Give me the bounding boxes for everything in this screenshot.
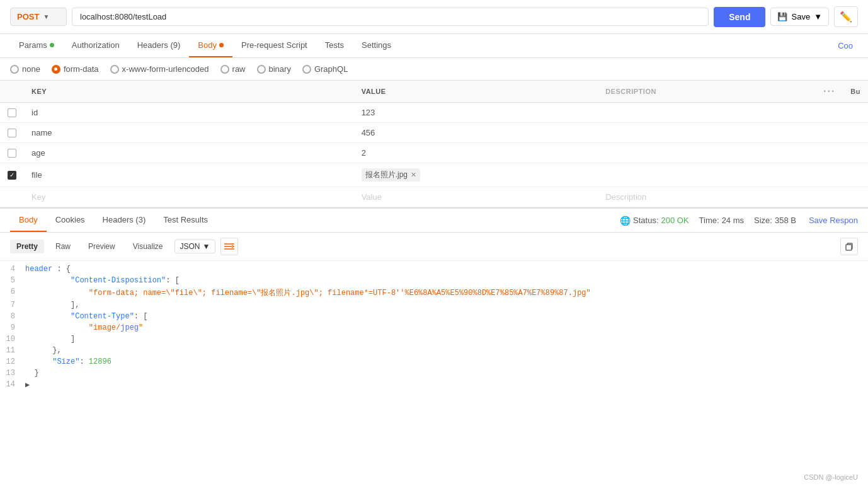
copy-icon	[845, 242, 854, 251]
params-label: Params	[19, 40, 47, 50]
row-desc-name[interactable]	[598, 123, 816, 143]
method-select[interactable]: POST ▼	[10, 8, 67, 26]
table-row: id 123	[0, 103, 868, 123]
request-tabs: Params Authorization Headers (9) Body Pr…	[0, 34, 868, 58]
save-icon: 💾	[777, 12, 787, 21]
tab-headers[interactable]: Headers (9)	[128, 34, 190, 57]
raw-radio[interactable]	[220, 65, 229, 74]
body-type-binary[interactable]: binary	[257, 64, 291, 74]
format-pretty[interactable]: Pretty	[10, 240, 44, 253]
res-tab-testresults[interactable]: Test Results	[154, 209, 217, 232]
headers-label: Headers (9)	[137, 40, 181, 50]
authorization-label: Authorization	[72, 40, 120, 50]
res-tab-headers[interactable]: Headers (3)	[94, 209, 155, 232]
tab-params[interactable]: Params	[10, 34, 63, 57]
row-checkbox-name[interactable]	[8, 129, 16, 137]
code-line: 14 ▶	[0, 379, 868, 391]
new-row: Key Value Description	[0, 187, 868, 207]
url-input[interactable]	[72, 8, 709, 26]
watermark: CSDN @-logiceU	[804, 473, 858, 481]
res-tab-cookies[interactable]: Cookies	[47, 209, 94, 232]
col-bulk: ···	[816, 81, 843, 103]
file-tag: 报名照片.jpg ✕	[362, 168, 420, 182]
row-desc-id[interactable]	[598, 103, 816, 123]
bulk-edit-icon[interactable]: ···	[823, 86, 835, 96]
row-desc-file[interactable]	[598, 163, 816, 187]
urlencoded-radio[interactable]	[110, 65, 119, 74]
table-row: age 2	[0, 143, 868, 163]
graphql-radio[interactable]	[302, 65, 311, 74]
body-type-urlencoded[interactable]: x-www-form-urlencoded	[110, 64, 209, 74]
save-button[interactable]: 💾 Save ▼	[770, 8, 829, 26]
params-table-section: KEY VALUE DESCRIPTION ··· Bu id 123	[0, 81, 868, 207]
code-line: 8 "Content-Type": [	[0, 311, 868, 322]
copy-button[interactable]	[840, 238, 858, 255]
code-line: 9 "image/jpeg"	[0, 322, 868, 333]
col-checkbox	[0, 81, 24, 103]
format-preview[interactable]: Preview	[82, 240, 122, 253]
row-value-age[interactable]: 2	[354, 143, 598, 163]
row-checkbox-id[interactable]	[8, 108, 16, 117]
code-line: 12 "Size": 12896	[0, 356, 868, 367]
body-dot	[219, 43, 224, 47]
save-response-button[interactable]: Save Respon	[809, 216, 858, 225]
response-tabs-row: Body Cookies Headers (3) Test Results 🌐 …	[0, 209, 868, 233]
row-key-age[interactable]: age	[24, 143, 354, 163]
json-select[interactable]: JSON ▼	[174, 240, 216, 253]
json-label: JSON	[180, 242, 200, 251]
save-dropdown-icon: ▼	[814, 12, 822, 21]
tab-prerequest[interactable]: Pre-request Script	[232, 34, 316, 57]
row-value-name[interactable]: 456	[354, 123, 598, 143]
tab-tests[interactable]: Tests	[316, 34, 353, 57]
body-type-raw[interactable]: raw	[220, 64, 246, 74]
new-desc-placeholder[interactable]: Description	[605, 192, 646, 202]
tab-authorization[interactable]: Authorization	[63, 34, 128, 57]
binary-radio[interactable]	[257, 65, 266, 74]
form-data-radio[interactable]	[52, 65, 60, 74]
json-chevron-icon: ▼	[203, 242, 210, 251]
wrap-button[interactable]	[220, 238, 238, 255]
row-value-file[interactable]: 报名照片.jpg ✕	[354, 163, 598, 187]
table-row: name 456	[0, 123, 868, 143]
size-label: Size:	[754, 216, 772, 225]
send-button[interactable]: Send	[714, 7, 765, 27]
code-line: 11 },	[0, 345, 868, 356]
response-code-area[interactable]: 4 header : { 5 "Content-Disposition": [ …	[0, 261, 868, 400]
row-key-id[interactable]: id	[24, 103, 354, 123]
method-label: POST	[17, 12, 39, 21]
code-line: 13 }	[0, 367, 868, 379]
file-remove-icon[interactable]: ✕	[411, 171, 416, 179]
res-tab-body[interactable]: Body	[10, 209, 47, 232]
new-key-placeholder[interactable]: Key	[31, 192, 45, 202]
col-description: DESCRIPTION	[598, 81, 816, 103]
new-value-placeholder[interactable]: Value	[362, 192, 382, 202]
settings-label: Settings	[362, 40, 391, 50]
body-type-graphql[interactable]: GraphQL	[302, 64, 348, 74]
prerequest-label: Pre-request Script	[241, 40, 307, 50]
edit-button[interactable]: ✏️	[834, 6, 858, 27]
none-radio[interactable]	[10, 65, 19, 74]
cookies-link[interactable]: Coo	[833, 35, 858, 57]
row-key-name[interactable]: name	[24, 123, 354, 143]
format-raw[interactable]: Raw	[49, 240, 77, 253]
row-desc-age[interactable]	[598, 143, 816, 163]
col-value: VALUE	[354, 81, 598, 103]
code-line: 5 "Content-Disposition": [	[0, 275, 868, 286]
body-type-form-data[interactable]: form-data	[52, 64, 99, 74]
row-checkbox-age[interactable]	[8, 149, 16, 158]
row-key-file[interactable]: file	[24, 163, 354, 187]
chevron-down-icon: ▼	[43, 13, 49, 20]
body-type-none[interactable]: none	[10, 64, 40, 74]
format-visualize[interactable]: Visualize	[127, 240, 169, 253]
row-checkbox-file[interactable]	[8, 171, 16, 180]
globe-icon: 🌐	[620, 216, 631, 226]
code-line: 10 ]	[0, 333, 868, 345]
col-extra: Bu	[843, 81, 868, 103]
row-value-id[interactable]: 123	[354, 103, 598, 123]
code-line: 7 ],	[0, 299, 868, 311]
table-row: file 报名照片.jpg ✕	[0, 163, 868, 187]
tab-settings[interactable]: Settings	[353, 34, 400, 57]
tab-body[interactable]: Body	[189, 34, 232, 57]
params-dot	[50, 43, 54, 47]
file-name: 报名照片.jpg	[365, 170, 408, 180]
